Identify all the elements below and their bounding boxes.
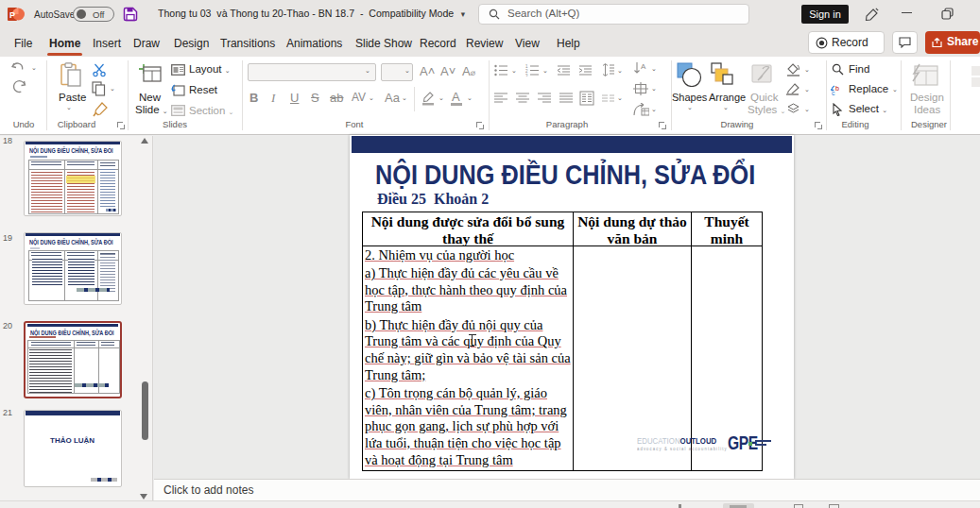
svg-text:c: c [832, 90, 835, 96]
svg-text:3: 3 [525, 74, 528, 77]
svg-text:P: P [9, 10, 15, 20]
svg-text:A: A [641, 62, 646, 71]
svg-text:b: b [835, 85, 839, 92]
